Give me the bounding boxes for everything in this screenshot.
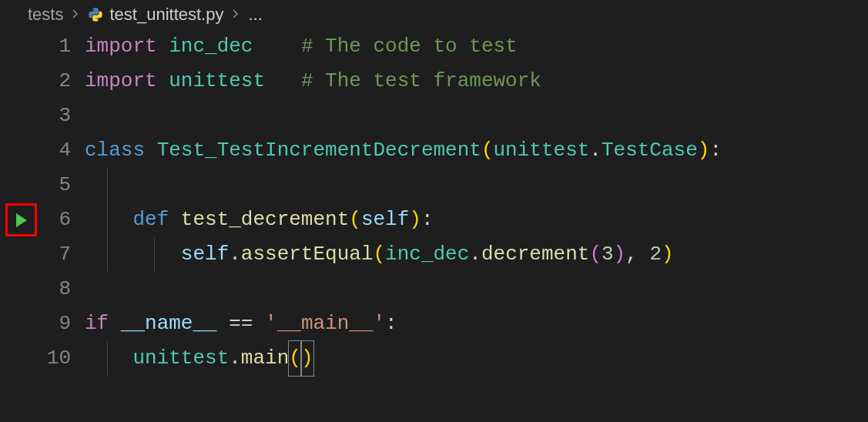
code-line[interactable]: 10 unittest.main() [0, 341, 868, 376]
line-number: 8 [42, 272, 85, 306]
colon: : [385, 312, 397, 335]
paren-open: ( [374, 243, 386, 266]
dot: . [229, 347, 241, 370]
function-ref: main [241, 347, 289, 370]
python-file-icon [88, 7, 103, 22]
line-number: 9 [42, 306, 85, 341]
code-line[interactable]: 9 if __name__ == '__main__': [0, 306, 868, 341]
dot: . [589, 139, 602, 162]
gutter [0, 306, 42, 341]
breadcrumb-file[interactable]: test_unittest.py [109, 5, 223, 25]
paren-open: ( [589, 243, 602, 266]
code-line[interactable]: 7 self.assertEqual(inc_dec.decrement(3),… [0, 237, 868, 272]
chevron-right-icon [230, 5, 242, 25]
dot: . [469, 243, 481, 266]
gutter [0, 272, 42, 306]
dunder-name: __name__ [121, 312, 217, 335]
self-param: self [361, 208, 409, 231]
line-number: 4 [42, 133, 85, 168]
paren-close: ) [662, 243, 674, 266]
breadcrumb-folder[interactable]: tests [28, 5, 63, 25]
dot: . [229, 243, 241, 266]
paren-close: ) [614, 243, 626, 266]
colon: : [421, 208, 434, 231]
keyword-class: class [85, 139, 145, 162]
paren-close-matched: ) [300, 340, 314, 377]
code-line[interactable]: 8 [0, 272, 868, 306]
keyword-import: import [85, 69, 157, 92]
paren-close: ) [409, 208, 421, 231]
base-class: TestCase [602, 139, 698, 162]
gutter [0, 64, 42, 99]
code-line[interactable]: 4 class Test_TestIncrementDecrement(unit… [0, 133, 868, 168]
paren-close: ) [698, 139, 710, 162]
keyword-def: def [132, 208, 169, 231]
operator-eq: == [217, 312, 265, 335]
paren-open: ( [349, 208, 361, 231]
module-ref: inc_dec [385, 243, 469, 266]
code-line[interactable]: 2 import unittest # The test framework [0, 64, 868, 99]
gutter [0, 133, 42, 168]
function-name: test_decrement [181, 208, 349, 231]
whitespace [253, 35, 300, 58]
colon: : [709, 139, 722, 162]
whitespace [265, 69, 301, 92]
line-number: 2 [42, 64, 85, 99]
breadcrumb-trail[interactable]: ... [248, 5, 262, 25]
code-line[interactable]: 5 [0, 168, 868, 203]
line-number: 3 [42, 99, 85, 133]
keyword-import: import [85, 35, 157, 58]
comma: , [625, 243, 649, 266]
base-module: unittest [494, 139, 590, 162]
self-var: self [181, 243, 229, 266]
line-number: 1 [42, 29, 85, 64]
comment: # The test framework [301, 69, 541, 92]
module-ref: unittest [132, 347, 229, 370]
number-literal: 2 [649, 243, 662, 266]
gutter [0, 341, 42, 376]
keyword-if: if [85, 312, 109, 335]
gutter [0, 99, 42, 133]
run-test-button[interactable] [5, 203, 37, 236]
string-literal: '__main__' [265, 312, 385, 335]
function-ref: decrement [481, 243, 589, 266]
comment: # The code to test [301, 35, 518, 58]
module-name: unittest [169, 69, 265, 92]
code-editor[interactable]: 1 import inc_dec # The code to test 2 im… [0, 29, 868, 376]
method-name: assertEqual [241, 243, 374, 266]
breadcrumb[interactable]: tests test_unittest.py ... [0, 0, 868, 29]
gutter-run[interactable] [0, 203, 42, 237]
line-number: 6 [42, 203, 85, 237]
line-number: 10 [42, 341, 85, 376]
paren-open: ( [481, 139, 494, 162]
module-name: inc_dec [169, 35, 253, 58]
gutter [0, 168, 42, 203]
class-name: Test_TestIncrementDecrement [157, 139, 481, 162]
gutter [0, 29, 42, 64]
code-line[interactable]: 6 def test_decrement(self): [0, 203, 868, 237]
line-number: 7 [42, 237, 85, 272]
number-literal: 3 [602, 243, 614, 266]
play-icon [16, 213, 27, 227]
chevron-right-icon [69, 5, 82, 25]
code-line[interactable]: 3 [0, 99, 868, 133]
line-number: 5 [42, 168, 85, 203]
code-line[interactable]: 1 import inc_dec # The code to test [0, 29, 868, 64]
gutter [0, 237, 42, 272]
